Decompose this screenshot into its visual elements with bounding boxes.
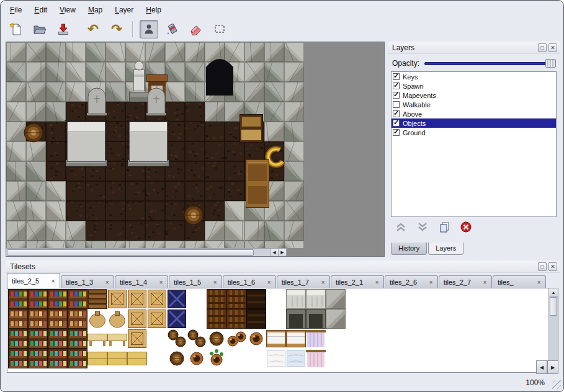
menu-map[interactable]: Map	[83, 4, 108, 16]
stamp-tool-icon	[143, 23, 155, 35]
layer-row-walkable[interactable]: ✓ Walkable	[392, 100, 556, 109]
close-tab-icon[interactable]: ✕	[375, 280, 379, 285]
tileset-tab[interactable]: tiles_2_5✕	[7, 273, 60, 288]
menu-view[interactable]: View	[54, 4, 81, 16]
close-tab-icon[interactable]: ✕	[267, 280, 271, 285]
opacity-slider-groove	[424, 62, 556, 65]
layer-row-above[interactable]: ✓ Above	[392, 109, 556, 118]
check-icon: ✓	[393, 91, 399, 99]
check-icon: ✓	[393, 72, 399, 80]
layer-visibility-checkbox[interactable]: ✓	[393, 73, 400, 80]
menu-file[interactable]: File	[4, 4, 27, 16]
layers-panel-title: Layers	[392, 43, 414, 52]
tileset-tab[interactable]: tiles_✕	[493, 275, 546, 288]
tileset-tab[interactable]: tiles_2_1✕	[331, 275, 384, 288]
app-window: File Edit View Map Layer Help	[0, 0, 564, 392]
tileset-tab[interactable]: tiles_1_6✕	[223, 275, 276, 288]
close-tab-icon[interactable]: ✕	[213, 280, 217, 285]
menu-edit[interactable]: Edit	[29, 4, 53, 16]
layer-visibility-checkbox[interactable]: ✓	[393, 129, 400, 136]
tab-scroll-buttons: ◀ ▶	[536, 360, 558, 374]
eraser-tool-button[interactable]	[187, 20, 205, 38]
resize-grip[interactable]	[552, 380, 561, 389]
duplicate-layer-button[interactable]	[436, 220, 452, 234]
close-tab-icon[interactable]: ✕	[105, 280, 109, 285]
status-bar: 100%	[1, 374, 563, 391]
save-button[interactable]	[54, 20, 73, 38]
new-file-button[interactable]	[7, 20, 25, 38]
tileset-tab-label: tiles_1_4	[120, 278, 147, 286]
tab-history[interactable]: History	[391, 243, 427, 255]
dock-tabbar: History Layers	[391, 243, 465, 255]
close-tab-icon[interactable]: ✕	[321, 280, 325, 285]
raise-layer-button[interactable]	[393, 220, 409, 234]
opacity-slider-handle[interactable]	[545, 59, 556, 68]
layer-row-objects[interactable]: ✓ Objects	[392, 118, 556, 128]
delete-layer-button[interactable]	[458, 220, 474, 234]
lower-layer-icon	[416, 221, 429, 233]
save-icon	[56, 22, 70, 36]
close-tab-icon[interactable]: ✕	[483, 280, 487, 285]
opacity-slider[interactable]	[424, 58, 556, 68]
layer-row-keys[interactable]: ✓ Keys	[392, 72, 556, 81]
float-panel-button[interactable]: □	[538, 262, 547, 271]
scroll-left-icon[interactable]: ◀	[270, 249, 278, 256]
layer-visibility-checkbox[interactable]: ✓	[393, 82, 400, 89]
tileset-tab-label: tiles_1_7	[282, 278, 309, 286]
close-tab-icon[interactable]: ✕	[429, 280, 433, 285]
undo-button[interactable]: ↶	[84, 20, 102, 38]
close-panel-button[interactable]: ✕	[548, 43, 557, 52]
layer-name: Mapevents	[403, 92, 436, 99]
check-icon: ✓	[393, 118, 399, 127]
menu-bar: File Edit View Map Layer Help	[4, 3, 560, 17]
t abs-scroll-right-icon[interactable]: ▶	[547, 360, 558, 374]
toolbar: ↶ ↷	[7, 18, 234, 40]
tabs-scroll-left-icon[interactable]: ◀	[536, 360, 547, 374]
layer-list: ✓ Keys ✓ Spawn ✓ Mapevents ✓ Walkable ✓ …	[391, 71, 557, 217]
fill-tool-button[interactable]	[163, 20, 182, 38]
scrollbar-thumb[interactable]	[550, 297, 557, 316]
layer-name: Keys	[403, 73, 418, 81]
menu-help[interactable]: Help	[140, 4, 167, 16]
tileset-tab[interactable]: tiles_1_3✕	[61, 275, 114, 288]
tileset-tab[interactable]: tiles_1_7✕	[277, 275, 330, 288]
toolbar-separator	[132, 21, 133, 37]
stamp-tool-button[interactable]	[140, 20, 158, 38]
layer-row-mapevents[interactable]: ✓ Mapevents	[392, 91, 556, 100]
tab-layers[interactable]: Layers	[428, 243, 463, 255]
tileset-vertical-scrollbar[interactable]: ▲ ▼	[548, 288, 558, 372]
map-canvas[interactable]	[6, 42, 384, 248]
tileset-canvas[interactable]	[8, 289, 346, 372]
tileset-tab[interactable]: tiles_2_6✕	[385, 275, 438, 288]
layer-visibility-checkbox[interactable]: ✓	[393, 92, 400, 99]
layer-row-spawn[interactable]: ✓ Spawn	[392, 81, 556, 91]
float-panel-button[interactable]: □	[538, 43, 547, 52]
scrollbar-thumb[interactable]	[7, 249, 254, 256]
close-tab-icon[interactable]: ✕	[159, 280, 163, 285]
map-viewport[interactable]: ◀ ▶	[6, 42, 385, 257]
tileset-tab[interactable]: tiles_1_4✕	[115, 275, 168, 288]
open-button[interactable]	[30, 20, 49, 38]
map-horizontal-scrollbar[interactable]: ◀ ▶	[6, 248, 287, 256]
redo-button[interactable]: ↷	[107, 20, 126, 38]
layer-visibility-checkbox[interactable]: ✓	[393, 120, 400, 127]
select-tool-button[interactable]	[210, 20, 229, 38]
layer-row-ground[interactable]: ✓ Ground	[392, 128, 556, 137]
scroll-right-icon[interactable]: ▶	[278, 249, 286, 256]
tileset-tab[interactable]: tiles_2_7✕	[439, 275, 492, 288]
tilesets-panel-title: Tilesets	[10, 262, 35, 271]
layer-visibility-checkbox[interactable]: ✓	[393, 101, 400, 108]
lower-layer-button[interactable]	[414, 220, 431, 234]
tilesets-panel-titlebar: Tilesets □ ✕	[6, 261, 560, 273]
close-panel-button[interactable]: ✕	[548, 262, 557, 271]
undo-icon: ↶	[87, 23, 99, 35]
close-tab-icon[interactable]: ✕	[537, 280, 541, 285]
opacity-label: Opacity:	[392, 59, 424, 68]
menu-layer[interactable]: Layer	[109, 4, 139, 16]
close-tab-icon[interactable]: ✕	[51, 278, 55, 284]
layer-visibility-checkbox[interactable]: ✓	[393, 110, 400, 117]
tileset-tab[interactable]: tiles_1_5✕	[169, 275, 222, 288]
layer-name: Above	[403, 110, 422, 118]
scroll-up-icon[interactable]: ▲	[549, 288, 558, 296]
tileset-content: ▲ ▼	[7, 288, 558, 373]
